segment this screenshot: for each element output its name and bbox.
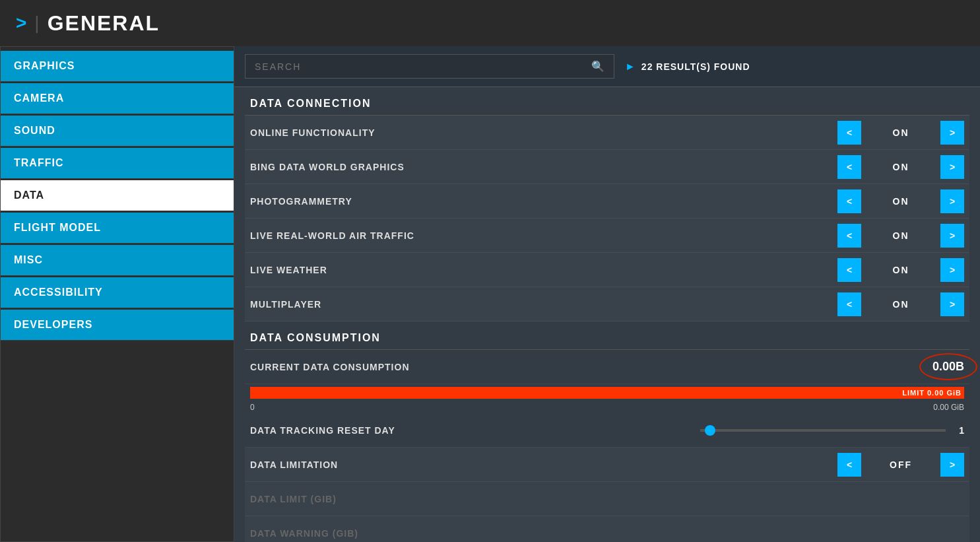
sidebar-item-graphics[interactable]: GRAPHICS	[1, 51, 234, 82]
setting-control: < ON >	[837, 292, 964, 316]
setting-row-data-limit: DATA LIMIT (GiB)	[245, 482, 969, 516]
prev-button[interactable]: <	[837, 292, 861, 316]
sidebar-item-traffic[interactable]: TRAFFIC	[1, 148, 234, 179]
slider-value: 1	[951, 425, 964, 436]
sidebar-item-label: DEVELOPERS	[14, 319, 92, 331]
setting-control: < ON >	[837, 155, 964, 179]
search-input-wrapper[interactable]: 🔍	[245, 54, 614, 79]
sidebar-item-camera[interactable]: CAMERA	[1, 83, 234, 114]
setting-value: OFF	[861, 459, 940, 470]
setting-control: < ON >	[837, 258, 964, 282]
page-title: GENERAL	[48, 11, 160, 36]
setting-value: ON	[861, 127, 940, 138]
sidebar-item-sound[interactable]: SOUND	[1, 116, 234, 147]
setting-value: ON	[861, 196, 940, 207]
sidebar-item-label: CAMERA	[14, 92, 64, 104]
sidebar-item-label: MISC	[14, 254, 43, 266]
slider-label: DATA TRACKING RESET DAY	[250, 425, 700, 436]
consumption-label: CURRENT DATA CONSUMPTION	[250, 362, 932, 372]
next-button[interactable]: >	[940, 453, 964, 477]
section-header-data-consumption: DATA CONSUMPTION	[245, 322, 969, 350]
header: > | GENERAL	[0, 0, 980, 46]
next-button[interactable]: >	[940, 292, 964, 316]
prev-button[interactable]: <	[837, 453, 861, 477]
setting-row-live-air-traffic: LIVE REAL-WORLD AIR TRAFFIC < ON >	[245, 219, 969, 253]
slider-thumb[interactable]	[705, 425, 715, 436]
prev-button[interactable]: <	[837, 155, 861, 179]
section-header-data-connection: DATA CONNECTION	[245, 87, 969, 116]
sidebar-item-label: FLIGHT MODEL	[14, 222, 101, 234]
sidebar-item-accessibility[interactable]: ACCESSIBILITY	[1, 277, 234, 308]
sidebar-item-misc[interactable]: MISC	[1, 245, 234, 276]
next-button[interactable]: >	[940, 155, 964, 179]
setting-value: ON	[861, 299, 940, 310]
prev-button[interactable]: <	[837, 189, 861, 213]
sidebar-item-developers[interactable]: DEVELOPERS	[1, 310, 234, 341]
setting-control: < OFF >	[837, 453, 964, 477]
setting-value: ON	[861, 230, 940, 241]
sidebar-item-label: SOUND	[14, 125, 55, 137]
content-area: 🔍 ► 22 RESULT(S) FOUND DATA CONNECTION O…	[234, 46, 980, 542]
setting-label: PHOTOGRAMMETRY	[250, 196, 837, 207]
prev-button[interactable]: <	[837, 224, 861, 248]
consumption-value-text: 0.00B	[932, 360, 964, 373]
sidebar: GRAPHICS CAMERA SOUND TRAFFIC DATA FLIGH…	[0, 46, 234, 542]
setting-row-photogrammetry: PHOTOGRAMMETRY < ON >	[245, 184, 969, 219]
sidebar-item-label: DATA	[14, 189, 44, 201]
next-button[interactable]: >	[940, 224, 964, 248]
setting-row-multiplayer: MULTIPLAYER < ON >	[245, 287, 969, 322]
search-bar: 🔍 ► 22 RESULT(S) FOUND	[234, 46, 980, 87]
setting-label: DATA LIMIT (GiB)	[250, 494, 964, 504]
search-input[interactable]	[255, 61, 586, 72]
consumption-value: 0.00B	[932, 360, 964, 374]
range-min-label: 0	[250, 403, 255, 412]
prev-button[interactable]: <	[837, 121, 861, 145]
setting-control: < ON >	[837, 224, 964, 248]
setting-label: MULTIPLAYER	[250, 299, 837, 310]
results-arrow-icon: ►	[625, 61, 636, 73]
setting-row-bing-data: BING DATA WORLD GRAPHICS < ON >	[245, 150, 969, 184]
setting-label: ONLINE FUNCTIONALITY	[250, 127, 837, 138]
progress-bar-limit-label: LIMIT 0.00 GiB	[902, 389, 962, 397]
prev-button[interactable]: <	[837, 258, 861, 282]
progress-bar: LIMIT 0.00 GiB	[250, 387, 964, 399]
setting-label: DATA LIMITATION	[250, 459, 837, 470]
search-results: ► 22 RESULT(S) FOUND	[625, 61, 750, 73]
search-icon: 🔍	[591, 60, 604, 73]
setting-row-data-limitation: DATA LIMITATION < OFF >	[245, 448, 969, 482]
header-divider: |	[34, 13, 39, 34]
next-button[interactable]: >	[940, 121, 964, 145]
setting-control: < ON >	[837, 121, 964, 145]
sidebar-item-label: ACCESSIBILITY	[14, 287, 103, 298]
setting-value: ON	[861, 162, 940, 172]
slider-track[interactable]	[700, 429, 946, 432]
main-layout: GRAPHICS CAMERA SOUND TRAFFIC DATA FLIGH…	[0, 46, 980, 542]
setting-value: ON	[861, 265, 940, 275]
slider-row-reset-day: DATA TRACKING RESET DAY 1	[245, 413, 969, 448]
sidebar-item-data[interactable]: DATA	[1, 180, 234, 211]
setting-label: LIVE WEATHER	[250, 265, 837, 275]
results-count: 22 RESULT(S) FOUND	[641, 61, 750, 72]
progress-bar-wrapper: LIMIT 0.00 GiB	[245, 387, 969, 399]
range-labels: 0 0.00 GiB	[245, 401, 969, 413]
slider-control: 1	[700, 425, 964, 436]
sidebar-item-label: TRAFFIC	[14, 157, 63, 169]
sidebar-item-flight-model[interactable]: FLIGHT MODEL	[1, 213, 234, 244]
setting-label: LIVE REAL-WORLD AIR TRAFFIC	[250, 230, 837, 241]
header-arrow-icon: >	[16, 13, 26, 34]
next-button[interactable]: >	[940, 258, 964, 282]
setting-label: BING DATA WORLD GRAPHICS	[250, 162, 837, 172]
setting-row-online-functionality: ONLINE FUNCTIONALITY < ON >	[245, 116, 969, 150]
setting-row-data-warning: DATA WARNING (GiB)	[245, 516, 969, 542]
consumption-row: CURRENT DATA CONSUMPTION 0.00B	[245, 350, 969, 384]
setting-control: < ON >	[837, 189, 964, 213]
setting-row-live-weather: LIVE WEATHER < ON >	[245, 253, 969, 287]
range-max-label: 0.00 GiB	[933, 403, 964, 412]
settings-content: DATA CONNECTION ONLINE FUNCTIONALITY < O…	[234, 87, 980, 542]
next-button[interactable]: >	[940, 189, 964, 213]
sidebar-item-label: GRAPHICS	[14, 60, 75, 72]
setting-label: DATA WARNING (GiB)	[250, 528, 964, 539]
